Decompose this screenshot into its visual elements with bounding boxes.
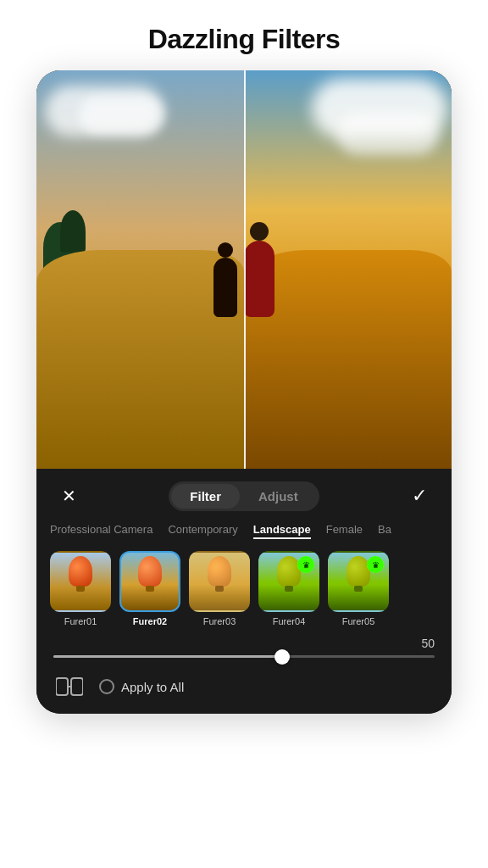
intensity-value: 50 bbox=[421, 637, 435, 650]
crown-badge-4: ♛ bbox=[297, 556, 314, 573]
basket-icon-5 bbox=[354, 586, 363, 592]
slider-thumb[interactable] bbox=[274, 649, 290, 665]
basket-icon-1 bbox=[76, 586, 85, 592]
split-view-icon bbox=[56, 676, 83, 697]
person-adult-silhouette bbox=[244, 241, 274, 317]
filter-item-furer05[interactable]: ♛ Furer05 bbox=[328, 551, 389, 626]
crown-badge-5: ♛ bbox=[367, 556, 384, 573]
tab-group: Filter Adjust bbox=[169, 481, 319, 511]
radio-icon bbox=[99, 679, 114, 694]
check-icon: ✓ bbox=[412, 485, 427, 507]
filter-thumb-furer01 bbox=[50, 551, 111, 612]
top-bar: ✕ Filter Adjust ✓ bbox=[36, 469, 452, 520]
filter-row: Furer01 Furer02 Furer03 bbox=[36, 548, 452, 633]
svg-rect-0 bbox=[56, 678, 68, 695]
slider-track bbox=[53, 655, 435, 658]
category-item-professional[interactable]: Professional Camera bbox=[50, 523, 152, 539]
cloud-right-2 bbox=[337, 113, 439, 155]
filter-label-furer01: Furer01 bbox=[64, 616, 97, 626]
filter-thumb-furer05: ♛ bbox=[328, 551, 389, 612]
filter-label-furer04: Furer04 bbox=[273, 616, 306, 626]
before-after-divider bbox=[244, 70, 246, 469]
filter-item-furer03[interactable]: Furer03 bbox=[189, 551, 250, 626]
balloon-icon-2 bbox=[138, 556, 162, 587]
preview-area bbox=[36, 70, 452, 469]
close-icon: ✕ bbox=[62, 486, 76, 506]
controls-area: ✕ Filter Adjust ✓ Professional Camera Co… bbox=[36, 469, 452, 714]
intensity-row: 50 bbox=[36, 633, 452, 652]
filter-label-furer03: Furer03 bbox=[203, 616, 236, 626]
filter-label-furer05: Furer05 bbox=[342, 616, 375, 626]
filter-item-furer02[interactable]: Furer02 bbox=[119, 551, 180, 626]
filter-label-furer02: Furer02 bbox=[133, 616, 167, 626]
apply-all-label: Apply to All bbox=[121, 680, 184, 694]
bottom-row: Apply to All bbox=[36, 668, 452, 714]
tab-adjust[interactable]: Adjust bbox=[240, 484, 317, 509]
confirm-button[interactable]: ✓ bbox=[404, 481, 435, 511]
basket-icon-2 bbox=[146, 586, 154, 592]
category-scroll[interactable]: Professional Camera Contemporary Landsca… bbox=[36, 520, 452, 548]
close-button[interactable]: ✕ bbox=[53, 481, 84, 511]
balloon-icon-3 bbox=[208, 556, 231, 587]
svg-rect-1 bbox=[71, 678, 83, 695]
cloud-decoration-2 bbox=[79, 96, 164, 134]
page-title: Dazzling Filters bbox=[148, 24, 341, 55]
tab-filter[interactable]: Filter bbox=[171, 484, 240, 509]
split-view-button[interactable] bbox=[53, 675, 86, 698]
category-item-ba[interactable]: Ba bbox=[378, 523, 391, 539]
filter-thumb-furer03 bbox=[189, 551, 250, 612]
apply-all-button[interactable]: Apply to All bbox=[99, 679, 184, 694]
slider-fill bbox=[53, 655, 282, 658]
person-child-silhouette bbox=[214, 258, 237, 317]
category-item-female[interactable]: Female bbox=[326, 523, 363, 539]
filter-thumb-furer02 bbox=[119, 551, 180, 612]
category-item-landscape[interactable]: Landscape bbox=[253, 523, 311, 539]
balloon-icon-1 bbox=[69, 556, 92, 587]
basket-icon-3 bbox=[215, 586, 224, 592]
filter-item-furer01[interactable]: Furer01 bbox=[50, 551, 111, 626]
filter-thumb-furer04: ♛ bbox=[258, 551, 319, 612]
basket-icon-4 bbox=[285, 586, 293, 592]
filter-item-furer04[interactable]: ♛ Furer04 bbox=[258, 551, 319, 626]
category-item-contemporary[interactable]: Contemporary bbox=[168, 523, 237, 539]
phone-mockup: ✕ Filter Adjust ✓ Professional Camera Co… bbox=[36, 70, 452, 714]
slider-row[interactable] bbox=[36, 652, 452, 668]
